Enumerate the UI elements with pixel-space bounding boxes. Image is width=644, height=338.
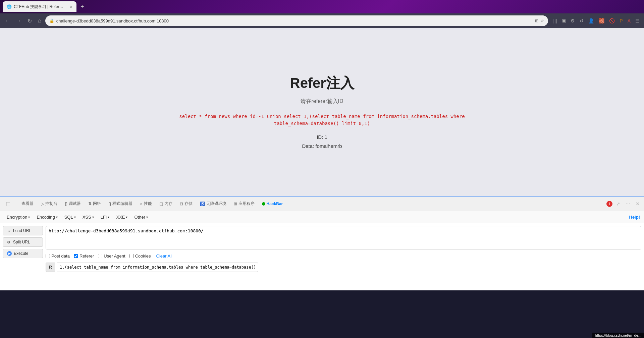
- status-bar: https://blog.csdn.net/m_de...: [592, 333, 644, 338]
- menu-other[interactable]: Other ▾: [131, 213, 151, 221]
- star-icon[interactable]: ☆: [540, 18, 544, 23]
- ext1-icon[interactable]: P: [618, 17, 624, 25]
- reload-btn[interactable]: ↻: [25, 16, 34, 25]
- address-input[interactable]: [56, 18, 533, 23]
- inspector-tab-icon: □: [18, 202, 20, 206]
- forward-btn[interactable]: →: [14, 16, 23, 25]
- qr-icon[interactable]: ⊞: [535, 18, 538, 23]
- tab-favicon: 🌐: [7, 4, 12, 9]
- result-id: ID: 1: [171, 132, 473, 142]
- tab-title: CTFHub 技能学习 | Refer注入: [14, 4, 66, 10]
- url-textarea[interactable]: http://challenge-d3bedd038a599d91.sandbo…: [46, 226, 641, 249]
- devtools-overflow-icon[interactable]: ⋯: [624, 200, 632, 208]
- security-icon: 🔒: [49, 18, 54, 23]
- xss-label: XSS: [83, 215, 91, 220]
- a11y-tab-label: 无障碍环境: [206, 201, 226, 207]
- network-tab-icon: ⇅: [88, 202, 92, 206]
- tab-bar: 🌐 CTFHub 技能学习 | Refer注入 × +: [0, 0, 644, 13]
- lfi-label: LFI: [101, 215, 107, 220]
- block-icon[interactable]: 🚫: [607, 17, 616, 25]
- post-data-checkbox[interactable]: [46, 254, 50, 258]
- help-link[interactable]: Help!: [629, 215, 640, 220]
- xxe-chevron: ▾: [126, 215, 127, 219]
- user-agent-checkbox[interactable]: [98, 254, 102, 258]
- perf-tab-label: 性能: [144, 201, 152, 207]
- execute-button[interactable]: ▶ Execute: [3, 249, 43, 258]
- result-data: Data: fomaihemrb: [171, 142, 473, 151]
- tab-close-btn[interactable]: ×: [70, 4, 72, 9]
- app-tab-icon: ⊞: [234, 202, 237, 206]
- referer-checkbox-label[interactable]: Referer: [74, 253, 94, 259]
- container-icon[interactable]: 🧱: [597, 17, 606, 25]
- tab-memory[interactable]: ◫ 内存: [156, 199, 176, 209]
- xss-chevron: ▾: [92, 215, 94, 219]
- tab-inspector[interactable]: □ 查看器: [14, 199, 37, 209]
- active-tab[interactable]: 🌐 CTFHub 技能学习 | Refer注入 ×: [3, 1, 76, 12]
- tab-performance[interactable]: ○ 性能: [137, 199, 155, 209]
- debugger-tab-icon: {}: [65, 202, 67, 206]
- tab-debugger[interactable]: {} 调试器: [61, 199, 84, 209]
- user-agent-label: User Agent: [104, 253, 125, 259]
- menu-encoding[interactable]: Encoding ▾: [34, 213, 60, 221]
- encoding-chevron: ▾: [56, 215, 58, 219]
- cookies-checkbox-label[interactable]: Cookies: [129, 253, 151, 259]
- storage-tab-label: 存储: [184, 201, 193, 207]
- hackbar-menu-bar: Encryption ▾ Encoding ▾ SQL ▾ XSS ▾ LFI …: [0, 211, 644, 223]
- post-data-label: Post data: [51, 253, 70, 259]
- referer-checkbox[interactable]: [74, 254, 78, 258]
- tab-hackbar[interactable]: HackBar: [259, 200, 286, 208]
- bookmarks-icon[interactable]: |||: [551, 17, 558, 25]
- status-url: https://blog.csdn.net/m_de...: [595, 333, 641, 337]
- sql-query-display: select * from news where id=-1 union sel…: [171, 113, 473, 127]
- load-url-label: Load URL: [13, 228, 31, 233]
- encryption-label: Encryption: [7, 215, 27, 220]
- nav-icons: ||| ▣ ⚙ ↺ 👤 🧱 🚫 P A ☰: [551, 17, 641, 25]
- menu-xxe[interactable]: XXE ▾: [113, 213, 130, 221]
- network-tab-label: 网络: [93, 201, 101, 207]
- devtools-close-icon[interactable]: ✕: [634, 200, 641, 208]
- tab-accessibility[interactable]: ♿ 无障碍环境: [197, 199, 230, 209]
- hackbar-sidebar: ⊙ Load URL ⚙ Split URL ▶ Execute: [3, 226, 43, 288]
- hackbar-tab-label: HackBar: [267, 202, 283, 206]
- devtools-expand-icon[interactable]: ⤢: [614, 200, 622, 208]
- nav-bar: ← → ↻ ⌂ 🔒 ⊞ ☆ ||| ▣ ⚙ ↺ 👤 🧱 🚫 P A ☰: [0, 13, 644, 28]
- avatar-icon[interactable]: 👤: [587, 17, 596, 25]
- menu-encryption[interactable]: Encryption ▾: [4, 213, 33, 221]
- perf-tab-icon: ○: [140, 202, 142, 206]
- cookies-checkbox[interactable]: [129, 254, 134, 258]
- menu-sql[interactable]: SQL ▾: [62, 213, 78, 221]
- referer-input[interactable]: [57, 263, 258, 272]
- encryption-chevron: ▾: [28, 215, 30, 219]
- post-data-checkbox-label[interactable]: Post data: [46, 253, 70, 259]
- devtools-tab-bar: ⬚ □ 查看器 ▷ 控制台 {} 调试器 ⇅ 网络 {} 样式编辑器 ○ 性能 …: [0, 196, 644, 211]
- load-url-icon: ⊙: [6, 228, 11, 233]
- menu-icon[interactable]: ☰: [634, 17, 641, 25]
- menu-xss[interactable]: XSS ▾: [80, 213, 97, 221]
- back-btn[interactable]: ←: [3, 16, 12, 25]
- page-title: Refer注入: [171, 74, 473, 93]
- tab-network[interactable]: ⇅ 网络: [85, 199, 104, 209]
- execute-label: Execute: [14, 251, 28, 256]
- tab-storage[interactable]: ⊟ 存储: [176, 199, 196, 209]
- clear-all-link[interactable]: Clear All: [156, 253, 172, 259]
- hackbar-checkboxes-row: Post data Referer User Agent Cookies C: [46, 252, 641, 260]
- menu-lfi[interactable]: LFI ▾: [98, 213, 112, 221]
- tab-console[interactable]: ▷ 控制台: [38, 199, 61, 209]
- ext2-icon[interactable]: A: [626, 17, 632, 25]
- memory-tab-icon: ◫: [159, 202, 163, 206]
- debugger-tab-label: 调试器: [69, 201, 81, 207]
- extensions-icon[interactable]: ⚙: [569, 17, 577, 25]
- other-chevron: ▾: [146, 215, 148, 219]
- inspector-icon[interactable]: ⬚: [3, 199, 14, 209]
- reader-icon[interactable]: ▣: [560, 17, 568, 25]
- undo-icon[interactable]: ↺: [578, 17, 585, 25]
- tab-style-editor[interactable]: {} 样式编辑器: [105, 199, 136, 209]
- split-url-button[interactable]: ⚙ Split URL: [3, 237, 43, 247]
- user-agent-checkbox-label[interactable]: User Agent: [98, 253, 125, 259]
- hackbar-body: ⊙ Load URL ⚙ Split URL ▶ Execute http://…: [0, 223, 644, 290]
- home-btn[interactable]: ⌂: [36, 16, 43, 25]
- tab-application[interactable]: ⊞ 应用程序: [230, 199, 258, 209]
- main-content: Refer注入 请在referer输入ID select * from news…: [0, 28, 644, 196]
- new-tab-btn[interactable]: +: [78, 2, 87, 12]
- load-url-button[interactable]: ⊙ Load URL: [3, 226, 43, 235]
